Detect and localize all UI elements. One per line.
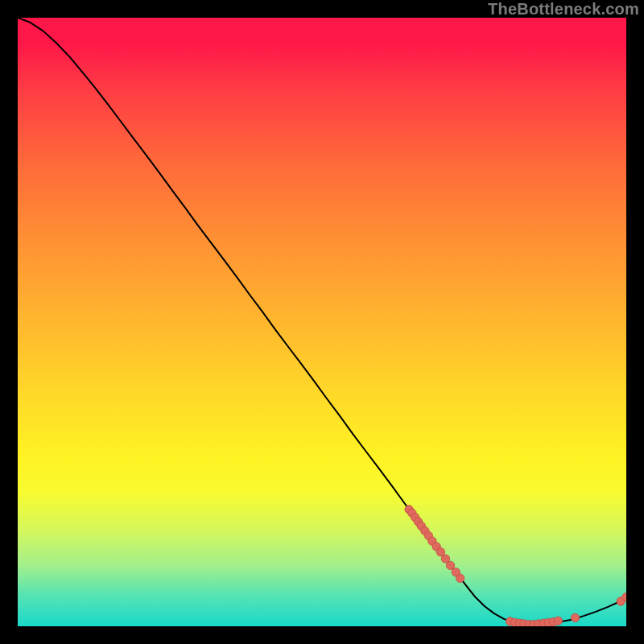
data-point — [456, 574, 464, 582]
data-point — [571, 613, 579, 621]
chart-stage: TheBottleneck.com — [0, 0, 644, 644]
bottleneck-curve — [18, 18, 626, 625]
data-point — [554, 617, 562, 625]
data-point-dots — [405, 506, 626, 626]
watermark-text: TheBottleneck.com — [488, 0, 639, 19]
plot-area — [18, 18, 626, 626]
chart-svg — [18, 18, 626, 626]
data-point — [446, 561, 454, 569]
